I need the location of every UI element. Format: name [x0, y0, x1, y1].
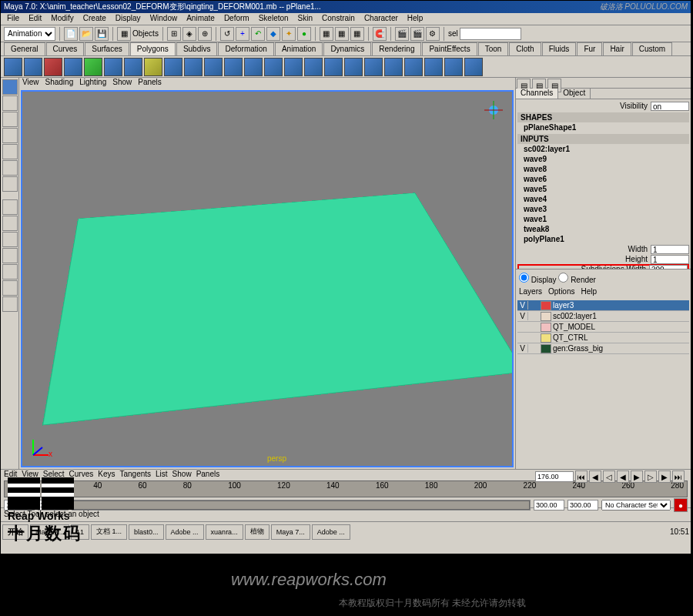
goto-end-icon[interactable]: ⏭ — [672, 470, 685, 483]
snap-point-icon[interactable]: ⊕ — [198, 27, 212, 41]
layer-visibility-toggle[interactable]: V — [517, 344, 528, 353]
layer-menu-options[interactable]: Options — [548, 287, 574, 296]
menu-modify[interactable]: Modify — [48, 14, 76, 24]
taskbar-button[interactable]: Adobe ... — [166, 524, 204, 540]
selection-field[interactable] — [460, 28, 521, 40]
layout-outliner[interactable] — [2, 280, 18, 296]
input-node[interactable]: sc002:layer1 — [517, 144, 689, 154]
magnet-icon[interactable]: 🧲 — [373, 27, 387, 41]
channel-tab-channels[interactable]: Channels — [516, 89, 558, 99]
menu-file[interactable]: File — [4, 14, 22, 24]
shelf-item-8[interactable] — [144, 58, 162, 76]
layer-color-swatch[interactable] — [541, 344, 551, 353]
shelf-item-21[interactable] — [404, 58, 423, 76]
select-tool[interactable] — [2, 79, 18, 95]
shelf-tab-surfaces[interactable]: Surfaces — [85, 42, 129, 55]
open-scene-icon[interactable]: 📂 — [79, 27, 93, 41]
scale-tool[interactable] — [2, 144, 18, 159]
menu-help[interactable]: Help — [404, 14, 427, 24]
view-compass-icon[interactable] — [483, 99, 504, 121]
clapboard-icon[interactable]: 🎬 — [395, 27, 409, 41]
snap-icon[interactable]: ⊞ — [167, 27, 181, 41]
shelf-item-24[interactable] — [464, 58, 483, 76]
layer-row[interactable]: Vlayer3 — [517, 300, 689, 311]
shelf-item-18[interactable] — [344, 58, 363, 76]
shelf-tab-dynamics[interactable]: Dynamics — [323, 42, 371, 55]
shelf-item-12[interactable] — [224, 58, 243, 76]
shelf-item-23[interactable] — [444, 58, 463, 76]
layout-two-side[interactable] — [2, 232, 18, 247]
ts-menu-show[interactable]: Show — [172, 470, 192, 480]
layer-row[interactable]: Vgen:Grass_big — [517, 343, 689, 354]
render-view-icon[interactable]: ▦ — [335, 27, 349, 41]
ts-menu-list[interactable]: List — [156, 470, 168, 480]
objects-icon[interactable]: ▦ — [117, 27, 131, 41]
layout-two-stack[interactable] — [2, 248, 18, 263]
layer-visibility-toggle[interactable]: V — [517, 301, 528, 310]
menu-skeleton[interactable]: Skeleton — [256, 14, 292, 24]
clapboard2-icon[interactable]: 🎬 — [410, 27, 424, 41]
settings-icon[interactable]: ⚙ — [426, 27, 440, 41]
step-fwd-icon[interactable]: ▶ — [658, 470, 671, 483]
soft-tool[interactable] — [2, 176, 18, 192]
shelf-item-4[interactable] — [64, 58, 82, 76]
taskbar-button[interactable]: Adobe ... — [312, 524, 350, 540]
vp-menu-show[interactable]: Show — [112, 78, 132, 89]
layer-color-swatch[interactable] — [541, 333, 551, 343]
shelf-tab-polygons[interactable]: Polygons — [130, 42, 176, 55]
play-back-icon[interactable]: ◀ — [617, 470, 629, 483]
layout-single[interactable] — [2, 199, 18, 215]
attr-value[interactable]: 1 — [651, 245, 689, 254]
layer-row[interactable]: QT_MODEL — [517, 322, 689, 333]
rotate-tool[interactable] — [2, 128, 18, 143]
save-scene-icon[interactable]: 💾 — [95, 27, 109, 41]
hypershade-icon[interactable]: ▦ — [320, 27, 333, 41]
input-node[interactable]: wave3 — [517, 204, 689, 214]
input-node[interactable]: wave8 — [517, 164, 689, 174]
shelf-tab-cloth[interactable]: Cloth — [509, 42, 541, 55]
shelf-tab-rendering[interactable]: Rendering — [372, 42, 421, 55]
input-node[interactable]: wave5 — [517, 184, 689, 194]
input-node[interactable]: wave1 — [517, 214, 689, 224]
layer-color-swatch[interactable] — [541, 312, 551, 321]
layout-four[interactable] — [2, 216, 18, 231]
shelf-item-22[interactable] — [424, 58, 443, 76]
shelf-item-9[interactable] — [164, 58, 182, 76]
shelf-item-14[interactable] — [264, 58, 283, 76]
shelf-item-5[interactable] — [84, 58, 102, 76]
menu-window[interactable]: Window — [147, 14, 181, 24]
layout-persp[interactable] — [2, 264, 18, 280]
menu-deform[interactable]: Deform — [221, 14, 253, 24]
autokey-icon[interactable]: ● — [674, 498, 688, 512]
menu-create[interactable]: Create — [80, 14, 109, 24]
layer-menu-help[interactable]: Help — [581, 287, 597, 296]
taskbar-button[interactable]: 植物 — [245, 524, 270, 540]
menu-constrain[interactable]: Constrain — [319, 14, 358, 24]
shelf-item-1[interactable] — [4, 58, 22, 76]
snap-curve-icon[interactable]: ◈ — [182, 27, 196, 41]
input-node[interactable]: polyPlane1 — [517, 234, 689, 244]
shelf-item-15[interactable] — [284, 58, 303, 76]
goto-start-icon[interactable]: ⏮ — [575, 470, 588, 483]
next-key-icon[interactable]: ▷ — [644, 470, 657, 483]
menu-display[interactable]: Display — [112, 14, 144, 24]
shelf-item-20[interactable] — [384, 58, 403, 76]
visibility-value[interactable]: on — [651, 102, 689, 111]
render-radio[interactable]: Render — [558, 276, 596, 284]
input-node[interactable]: tweak8 — [517, 224, 689, 234]
channel-tab-object[interactable]: Object — [558, 89, 591, 99]
vp-menu-view[interactable]: View — [22, 78, 39, 89]
move-tool[interactable] — [2, 112, 18, 127]
ts-menu-panels[interactable]: Panels — [196, 470, 220, 480]
shelf-tab-custom[interactable]: Custom — [632, 42, 672, 55]
input-node[interactable]: wave6 — [517, 174, 689, 184]
perspective-viewport[interactable]: x persp — [21, 90, 514, 467]
shelf-item-3[interactable] — [44, 58, 62, 76]
input-node[interactable]: wave9 — [517, 154, 689, 164]
layer-row[interactable]: Vsc002:layer1 — [517, 311, 689, 322]
input-node[interactable]: wave4 — [517, 194, 689, 204]
step-back-icon[interactable]: ◀ — [589, 470, 601, 483]
current-frame-field[interactable] — [535, 471, 574, 482]
layer-color-swatch[interactable] — [541, 323, 551, 332]
prev-key-icon[interactable]: ◁ — [603, 470, 615, 483]
